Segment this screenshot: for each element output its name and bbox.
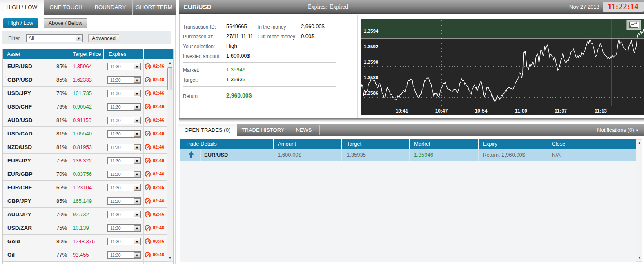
svg-text:1.3588: 1.3588 [364, 75, 379, 80]
svg-text:10:41: 10:41 [396, 108, 408, 114]
svg-text:11:00: 11:00 [515, 108, 527, 114]
svg-text:1.3594: 1.3594 [364, 29, 379, 33]
svg-text:1.3590: 1.3590 [364, 60, 378, 64]
svg-text:1.3586: 1.3586 [364, 91, 378, 95]
svg-text:10:47: 10:47 [435, 108, 448, 114]
svg-text:10:54: 10:54 [475, 108, 488, 114]
svg-text:11:07: 11:07 [555, 108, 567, 114]
svg-text:11:13: 11:13 [595, 108, 607, 114]
svg-text:1.3592: 1.3592 [364, 44, 378, 49]
